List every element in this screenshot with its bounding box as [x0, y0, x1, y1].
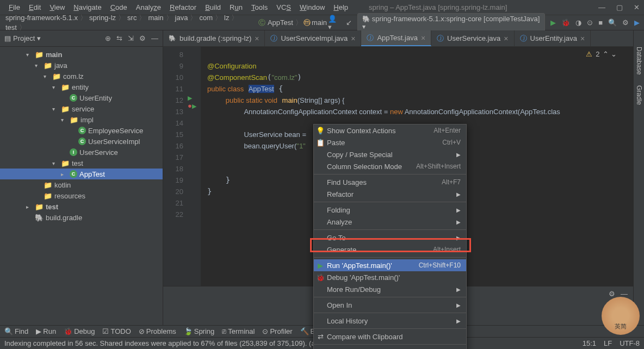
run-gutter-icon-2[interactable]: ●▶ [188, 102, 201, 110]
editor-tab[interactable]: ⒿUserEntity.java× [515, 30, 591, 46]
tree-row[interactable]: 📁resources [0, 190, 163, 201]
close-icon[interactable]: ✕ [634, 3, 640, 11]
editor-tab[interactable]: ⒿAppTest.java× [361, 30, 431, 46]
ctx-item[interactable]: More Run/Debug▶ [314, 283, 466, 295]
tab-close-icon[interactable]: × [504, 34, 508, 43]
tool-find[interactable]: 🔍 Find [4, 327, 28, 335]
ctx-item[interactable]: ⇄Compare with Clipboard [314, 331, 466, 342]
crumb[interactable]: com [198, 14, 214, 22]
rail-database[interactable]: Database [635, 47, 643, 74]
line-gutter[interactable]: 8910111213141516171819202122 [163, 47, 188, 286]
menu-view[interactable]: View [45, 1, 69, 14]
tree-row[interactable]: 🐘build.gradle [0, 212, 163, 223]
menu-file[interactable]: File [4, 1, 24, 14]
crumb[interactable]: main [147, 14, 164, 22]
ctx-item[interactable]: Folding▶ [314, 204, 466, 216]
editor-tab[interactable]: ⒿUserService.java× [431, 30, 514, 46]
tool-debug[interactable]: 🐞 Debug [64, 327, 95, 335]
coverage-button[interactable]: ◑ [575, 18, 581, 27]
context-menu[interactable]: 💡Show Context ActionsAlt+Enter📋PasteCtrl… [313, 124, 467, 349]
tab-close-icon[interactable]: × [421, 34, 425, 42]
ctx-item[interactable]: ▶Run 'AppTest.main()'Ctrl+Shift+F10 [314, 259, 466, 271]
tree-row[interactable]: ▾📁service [0, 103, 163, 114]
search-icon[interactable]: 🔍 [608, 18, 617, 27]
tree-row[interactable]: ▾📁com.lz [0, 71, 163, 82]
menu-tools[interactable]: Tools [247, 1, 272, 14]
line-sep[interactable]: LF [604, 339, 612, 347]
run-config-selector[interactable]: 🐘 spring-framework-5.1.x:spring-core [co… [357, 13, 546, 32]
ctx-item[interactable]: Find UsagesAlt+F7 [314, 176, 466, 188]
minimize-icon[interactable]: — [598, 3, 605, 11]
tool-profiler[interactable]: ⊙ Profiler [262, 327, 292, 335]
tool-problems[interactable]: ⊘ Problems [139, 327, 176, 335]
menu-edit[interactable]: Edit [24, 1, 45, 14]
ctx-item[interactable]: Copy / Paste Special▶ [314, 148, 466, 160]
ctx-item[interactable]: Open In▶ [314, 299, 466, 311]
tab-close-icon[interactable]: × [580, 34, 585, 43]
editor-tab[interactable]: 🐘build.gradle (:spring-lz)× [163, 30, 265, 46]
ctx-item[interactable]: Local History▶ [314, 315, 466, 327]
tree-row[interactable]: CUserEntity [0, 92, 163, 103]
menu-run[interactable]: Run [225, 1, 247, 14]
collapse-icon[interactable]: ⇲ [128, 34, 134, 42]
vcs-icon[interactable]: ↙ [346, 18, 352, 27]
cursor-position[interactable]: 15:1 [583, 339, 596, 347]
crumb-class[interactable]: AppTest [267, 18, 294, 27]
maximize-icon[interactable]: ▢ [616, 3, 623, 11]
user-icon[interactable]: 👤▾ [328, 15, 340, 31]
tool-spring[interactable]: 🍃 Spring [184, 327, 215, 335]
inspection-badge[interactable]: ⚠ 2 ⌃ ⌄ [586, 50, 617, 58]
tool-terminal[interactable]: ⎚ Terminal [222, 327, 255, 335]
tree-row[interactable]: CUserServiceImpl [0, 136, 163, 147]
run-gutter-icon[interactable]: ▶ [188, 95, 201, 102]
project-tree[interactable]: ▾📁main▾📁java▾📁com.lz▾📁entityCUserEntity▾… [0, 47, 163, 325]
hide-icon[interactable]: — [151, 34, 158, 42]
crumb[interactable]: spring-framework-5.1.x [4, 14, 79, 22]
tab-close-icon[interactable]: × [255, 34, 259, 43]
ctx-item[interactable]: Refactor▶ [314, 188, 466, 200]
tree-row[interactable]: ▾📁java [0, 60, 163, 71]
nav-arrows[interactable]: ⌃ ⌄ [603, 50, 617, 58]
plugin-icon[interactable]: ▶ [634, 18, 640, 27]
gear-icon[interactable]: ⚙ [139, 34, 146, 42]
profile-button[interactable]: ⊙ [587, 18, 593, 27]
ctx-item[interactable]: Diagrams▶ [314, 346, 466, 349]
stop-button[interactable]: ■ [598, 18, 603, 27]
select-opened-icon[interactable]: ⊕ [105, 34, 111, 42]
crumb[interactable]: src [126, 14, 138, 22]
menu-refactor[interactable]: Refactor [165, 1, 201, 14]
tab-close-icon[interactable]: × [351, 34, 355, 43]
tree-row[interactable]: CEmployeeService [0, 125, 163, 136]
debug-button[interactable]: 🐞 [561, 18, 570, 27]
menu-analyze[interactable]: Analyze [132, 1, 165, 14]
ctx-item[interactable]: 🐞Debug 'AppTest.main()' [314, 271, 466, 283]
tree-row[interactable]: ▾📁impl [0, 114, 163, 125]
crumb[interactable]: java [174, 14, 189, 22]
tree-row[interactable]: ▾📁main [0, 49, 163, 60]
ctx-item[interactable]: Go To▶ [314, 232, 466, 244]
menu-window[interactable]: Window [295, 1, 329, 14]
encoding[interactable]: UTF-8 [620, 339, 640, 347]
gutter-icons[interactable]: ▶ ●▶ [188, 47, 201, 286]
menu-code[interactable]: Code [106, 1, 132, 14]
tree-row[interactable]: 📁kotlin [0, 179, 163, 190]
rail-gradle[interactable]: Gradle [635, 85, 643, 105]
tree-row[interactable]: IUserService [0, 147, 163, 158]
crumb-method[interactable]: main [311, 18, 328, 27]
ctx-item[interactable]: Generate...Alt+Insert [314, 244, 466, 255]
tool-todo[interactable]: ☑ TODO [102, 327, 131, 335]
ctx-item[interactable]: 💡Show Context ActionsAlt+Enter [314, 124, 466, 136]
run-button[interactable]: ▶ [550, 18, 556, 27]
tree-row[interactable]: ▸CAppTest [0, 169, 163, 179]
editor-tab[interactable]: ⒿUserServiceImpl.java× [265, 30, 361, 46]
crumb[interactable]: lz [223, 14, 230, 22]
menu-help[interactable]: Help [329, 1, 352, 14]
ctx-item[interactable]: Analyze▶ [314, 216, 466, 228]
crumb[interactable]: spring-lz [88, 14, 117, 22]
menu-build[interactable]: Build [201, 1, 225, 14]
tree-row[interactable]: ▸📁test [0, 201, 163, 212]
tree-row[interactable]: ▾📁entity [0, 82, 163, 92]
menu-vcs[interactable]: VCS [272, 1, 295, 14]
sidebar-title[interactable]: ▤ Project ▾ [4, 34, 41, 42]
panel-gear-icon[interactable]: ⚙ [609, 290, 615, 298]
